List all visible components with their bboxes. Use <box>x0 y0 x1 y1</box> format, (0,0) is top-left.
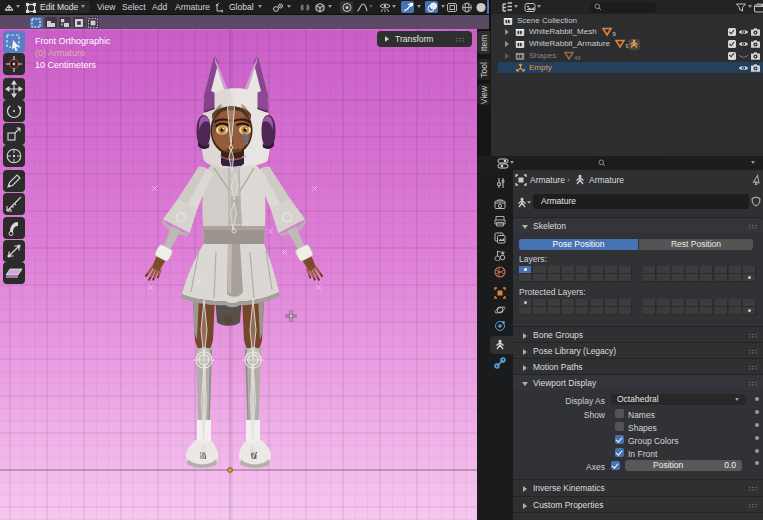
svg-text:49: 49 <box>574 55 581 61</box>
svg-text:9: 9 <box>613 31 617 37</box>
